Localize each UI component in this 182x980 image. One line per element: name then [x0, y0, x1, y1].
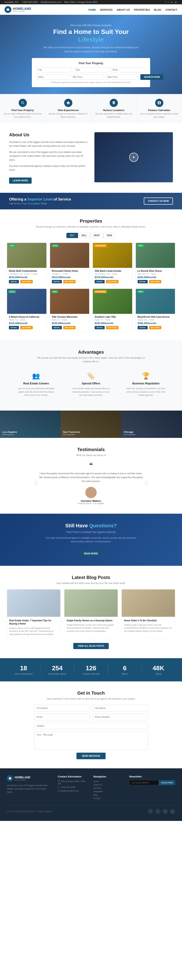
- last-name-input[interactable]: [92, 705, 148, 711]
- property-buy-button-6[interactable]: BUY NOW: [63, 326, 76, 329]
- search-type-input[interactable]: [73, 67, 109, 72]
- social-googleplus[interactable]: g+: [175, 1, 177, 3]
- play-button[interactable]: [129, 153, 138, 162]
- city-chicago[interactable]: Chicago 184 Properties: [121, 410, 182, 438]
- stat-offices: 6 Offices: [108, 665, 142, 675]
- view-all-posts-button[interactable]: VIEW ALL BLOG POSTS: [73, 643, 109, 649]
- contact-desc: Have questions? Get in touch with us and…: [34, 697, 148, 701]
- testimonial-prev-button[interactable]: ←: [34, 480, 37, 486]
- property-detail-button-5[interactable]: DETAIL: [9, 326, 19, 329]
- search-beds-input[interactable]: [111, 67, 146, 72]
- message-textarea[interactable]: [34, 732, 148, 750]
- tab-buy[interactable]: BUY: [66, 233, 78, 238]
- property-image-1: NEW: [7, 243, 46, 268]
- properties-desc: Browse through our extensive collection …: [34, 225, 148, 229]
- finance-calculator-icon: [155, 99, 163, 107]
- nav-services[interactable]: Services: [100, 8, 112, 11]
- author-avatar: [85, 487, 97, 498]
- nav-properties[interactable]: Properties: [134, 8, 150, 11]
- footer-nav-properties[interactable]: Properties: [93, 791, 103, 793]
- property-actions-6: DETAIL BUY NOW: [52, 326, 88, 329]
- property-detail-button-6[interactable]: DETAIL: [52, 326, 62, 329]
- subject-input[interactable]: [34, 722, 148, 729]
- property-price-3: $278,000/month: [95, 276, 130, 278]
- property-buy-button-1[interactable]: BUY NOW: [20, 280, 33, 283]
- city-info-3: Chicago 184 Properties: [123, 430, 135, 436]
- footer-nav-list: Home About Us Services Properties Blog C…: [93, 780, 124, 800]
- nav-contact[interactable]: Contact: [165, 8, 177, 11]
- about-learn-more-button[interactable]: LEARN MORE: [9, 178, 32, 184]
- property-name-6: Villa Tuscany Maremma: [52, 316, 88, 318]
- tab-sell[interactable]: SELL: [78, 233, 90, 238]
- stat-label-5: Clients: [142, 673, 175, 675]
- features-row: Find Your Property Use our high-calibrat…: [0, 94, 182, 123]
- testimonial-next-button[interactable]: →: [145, 480, 148, 486]
- newsletter-subscribe-button[interactable]: SUBSCRIBE: [159, 780, 175, 785]
- social-twitter[interactable]: t: [168, 1, 169, 3]
- property-price-2: $312,000/month: [52, 276, 88, 278]
- testimonial-text: I have thoroughly recommend this real es…: [37, 472, 144, 483]
- nav-blog[interactable]: Blog: [154, 8, 161, 11]
- property-detail-button-2[interactable]: DETAIL: [52, 280, 62, 283]
- social-facebook[interactable]: f: [165, 1, 166, 3]
- property-detail-button-1[interactable]: DETAIL: [9, 280, 19, 283]
- property-detail-button-3[interactable]: DETAIL: [95, 280, 104, 283]
- property-buy-button-7[interactable]: BUY NOW: [106, 326, 119, 329]
- property-price-5: $318,000/month: [9, 322, 44, 325]
- blog-section: Latest Blog Posts Stay updated with the …: [0, 566, 182, 659]
- phone-text: 1-800-000-0000: [22, 1, 38, 3]
- nav-about[interactable]: About Us: [117, 8, 130, 11]
- stat-num-3: 126: [74, 665, 108, 672]
- property-actions-4: DETAIL BUY NOW: [138, 280, 173, 283]
- footer-brand-name: HOMELAND: [14, 776, 30, 779]
- nav-home[interactable]: Home: [88, 8, 96, 11]
- property-buy-button-5[interactable]: BUY NOW: [20, 326, 33, 329]
- footer-nav-services[interactable]: Services: [93, 787, 101, 789]
- social-linkedin[interactable]: in: [171, 1, 173, 3]
- property-buy-button-8[interactable]: BUY NOW: [149, 326, 161, 329]
- search-row-2: SEARCH NOW: [36, 74, 146, 80]
- city-los-angeles[interactable]: Los Angeles 320 Properties: [0, 410, 61, 438]
- cta-read-more-button[interactable]: READ MORE: [80, 550, 101, 557]
- email-input[interactable]: [34, 714, 90, 720]
- feature-experiences: View Experiences Browse through our exte…: [46, 94, 91, 123]
- property-detail-button-7[interactable]: DETAIL: [95, 326, 104, 329]
- newsletter-email-input[interactable]: [129, 780, 159, 785]
- footer-nav-blog[interactable]: Blog: [93, 794, 98, 796]
- city-san-francisco[interactable]: San Francisco 215 Properties: [61, 410, 122, 438]
- city-name-3: Chicago: [123, 431, 133, 433]
- advantage-offers: 🏷️ Special Offers Get exclusive deals an…: [66, 368, 116, 401]
- property-detail-button-4[interactable]: DETAIL: [138, 280, 148, 283]
- footer-twitter[interactable]: t: [155, 809, 161, 814]
- property-buy-button-4[interactable]: BUY NOW: [149, 280, 161, 283]
- footer-nav-contact[interactable]: Contact: [93, 797, 101, 800]
- search-city-input[interactable]: [36, 67, 71, 72]
- testimonial-content: ❝ I have thoroughly recommend this real …: [37, 461, 144, 504]
- property-badge-1: NEW: [8, 244, 16, 247]
- tab-new[interactable]: NEW: [103, 233, 116, 238]
- banner-title: Offering a Superior Level of Service: [9, 197, 71, 201]
- search-button[interactable]: SEARCH NOW: [140, 74, 163, 80]
- about-video-preview[interactable]: [94, 132, 173, 182]
- property-detail-button-8[interactable]: DETAIL: [138, 326, 148, 329]
- contact-submit-button[interactable]: SEND MESSAGE: [76, 752, 106, 759]
- blog-post-excerpt-1: Buying a home is one of the biggest fina…: [9, 627, 58, 636]
- footer-googleplus[interactable]: g+: [170, 809, 175, 814]
- property-buy-button-3[interactable]: BUY NOW: [106, 280, 119, 283]
- search-baths-input[interactable]: [36, 75, 69, 80]
- banner-contact-button[interactable]: CONTACT US NOW: [144, 197, 173, 205]
- first-name-input[interactable]: [34, 705, 90, 711]
- stat-clients: 48K Clients: [142, 665, 175, 675]
- tab-rent[interactable]: RENT: [90, 233, 103, 238]
- property-buy-button-2[interactable]: BUY NOW: [63, 280, 76, 283]
- property-price-8: $395,000/month: [138, 322, 173, 325]
- footer-nav-about[interactable]: About Us: [93, 784, 102, 786]
- search-minprice-input[interactable]: [71, 75, 104, 80]
- blog-card-2: Single-Family Homes as a Housing Option …: [64, 589, 118, 639]
- footer-nav-home[interactable]: Home: [93, 780, 99, 783]
- phone-input[interactable]: [92, 714, 148, 720]
- footer-facebook[interactable]: f: [148, 809, 154, 814]
- footer-linkedin[interactable]: in: [163, 809, 168, 814]
- search-maxprice-input[interactable]: [106, 75, 139, 80]
- property-image-2: SALE: [50, 243, 89, 268]
